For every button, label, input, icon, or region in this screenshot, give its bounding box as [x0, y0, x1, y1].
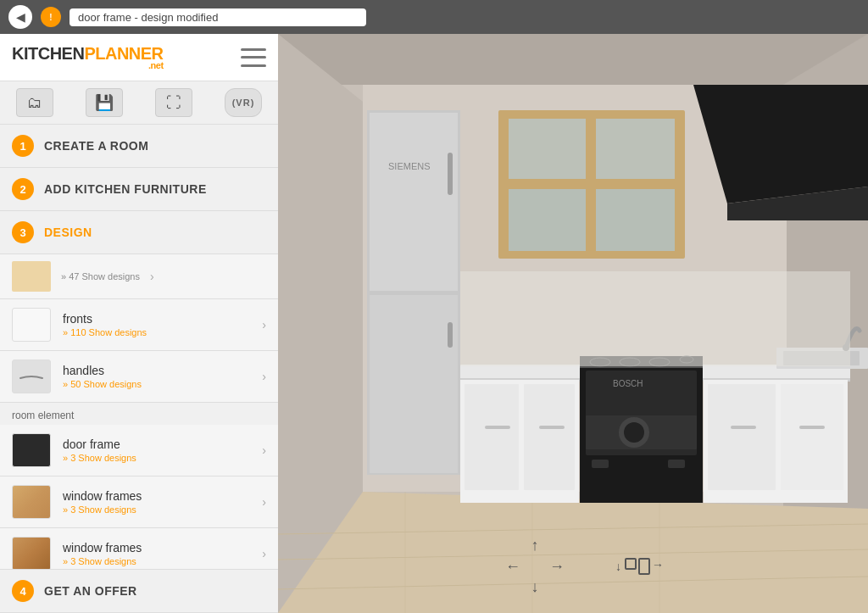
view-box-1: [625, 558, 637, 570]
svg-rect-32: [485, 426, 510, 429]
handles-thumb: [12, 359, 51, 393]
folder-icon: 🗂: [27, 94, 42, 112]
step-4-label: GET AN OFFER: [44, 584, 137, 598]
main-layout: KITCHENPLANNER .net 🗂 💾 ⛶ (VR): [0, 34, 868, 613]
svg-rect-56: [460, 271, 850, 366]
handles-count: » 50 Show designs: [63, 379, 250, 389]
step-3-number: 3: [12, 221, 34, 243]
folder-button[interactable]: 🗂: [16, 88, 53, 117]
door-frame-info: door frame » 3 Show designs: [63, 437, 250, 463]
pan-right-button[interactable]: →: [549, 558, 565, 576]
svg-rect-31: [524, 384, 575, 490]
expand-icon: ⛶: [166, 94, 181, 112]
svg-rect-47: [799, 426, 825, 429]
vr-button[interactable]: (VR): [225, 88, 262, 117]
svg-point-38: [624, 422, 644, 443]
partial-thumb: [12, 261, 51, 292]
partial-count: » 47 Show designs: [61, 271, 140, 281]
svg-rect-16: [596, 189, 675, 251]
svg-rect-39: [592, 460, 609, 468]
pan-controls: ↑ ↓ ← →: [505, 537, 565, 596]
toolbar: 🗂 💾 ⛶ (VR): [0, 81, 278, 125]
svg-rect-23: [448, 322, 453, 348]
window-frames-2-thumb: [12, 537, 51, 569]
window-frames-2-info: window frames » 3 Show designs: [63, 541, 250, 566]
design-item-handles[interactable]: handles » 50 Show designs ›: [0, 351, 278, 403]
window-frames-1-thumb: [12, 485, 51, 519]
pan-left-button[interactable]: ←: [505, 558, 520, 576]
svg-rect-14: [596, 119, 675, 181]
svg-rect-30: [465, 384, 519, 490]
fronts-info: fronts » 110 Show designs: [63, 312, 250, 337]
step-2-number: 2: [12, 178, 34, 200]
view-box-2: [638, 558, 650, 575]
save-icon: 💾: [95, 93, 114, 112]
svg-rect-1: [278, 34, 868, 85]
design-item-door-frame[interactable]: door frame » 3 Show designs ›: [0, 425, 278, 476]
vr-label: (VR): [232, 98, 255, 108]
step-2-label: ADD KITCHEN FURNITURE: [44, 182, 207, 196]
back-button[interactable]: ◀: [8, 5, 32, 29]
logo-area: KITCHENPLANNER .net: [0, 34, 278, 81]
handles-name: handles: [63, 364, 250, 377]
svg-text:SIEMENS: SIEMENS: [388, 161, 431, 171]
window-frames-1-arrow: ›: [262, 495, 266, 509]
room-element-section-label: room element: [0, 403, 278, 425]
window-frames-2-name: window frames: [63, 541, 250, 554]
back-icon: ◀: [16, 10, 25, 24]
fronts-count: » 110 Show designs: [63, 327, 250, 337]
kitchen-scene-svg: SIEMENS: [278, 34, 868, 613]
top-bar: ◀ ! door frame - design modified: [0, 0, 868, 34]
fronts-arrow: ›: [262, 318, 266, 332]
window-frames-1-count: » 3 Show designs: [63, 504, 250, 515]
svg-rect-15: [509, 189, 587, 251]
expand-button[interactable]: ⛶: [155, 88, 192, 117]
navigation-controls: ↑ ↓ ← → ↓ →: [505, 537, 664, 596]
design-item-fronts[interactable]: fronts » 110 Show designs ›: [0, 299, 278, 351]
svg-text:BOSCH: BOSCH: [613, 379, 643, 388]
svg-rect-40: [668, 460, 685, 468]
window-frames-1-name: window frames: [63, 489, 250, 503]
sidebar: KITCHENPLANNER .net 🗂 💾 ⛶ (VR): [0, 34, 278, 613]
design-item-window-frames-1[interactable]: window frames » 3 Show designs ›: [0, 476, 278, 528]
svg-rect-20: [370, 113, 458, 291]
svg-rect-18: [509, 179, 675, 186]
svg-rect-13: [509, 119, 587, 181]
window-frames-2-arrow: ›: [262, 547, 266, 560]
door-frame-name: door frame: [63, 437, 250, 451]
step-3-label: DESIGN: [44, 226, 92, 239]
hamburger-menu-icon[interactable]: [241, 48, 266, 67]
logo: KITCHENPLANNER .net: [12, 44, 164, 70]
svg-rect-22: [448, 153, 453, 195]
svg-rect-21: [370, 295, 458, 473]
view-right-icon: →: [652, 558, 664, 575]
step-2-add-furniture[interactable]: 2 ADD KITCHEN FURNITURE: [0, 168, 278, 211]
pan-down-button[interactable]: ↓: [531, 578, 539, 596]
step-4-number: 4: [12, 580, 34, 602]
step-3-design[interactable]: 3 DESIGN: [0, 211, 278, 254]
view-down-icon[interactable]: ↓: [615, 560, 621, 573]
status-icon: !: [41, 7, 61, 27]
partial-category-item[interactable]: » 47 Show designs ›: [0, 254, 278, 299]
svg-rect-46: [731, 426, 756, 429]
status-text: door frame - design modified: [70, 8, 366, 26]
step-1-number: 1: [12, 135, 34, 157]
save-button[interactable]: 💾: [86, 88, 123, 117]
svg-rect-43: [708, 384, 776, 490]
design-section: » 47 Show designs › fronts » 110 Show de…: [0, 254, 278, 569]
step-4-get-offer[interactable]: 4 GET AN OFFER: [0, 569, 278, 613]
view-mode-toggle[interactable]: →: [625, 558, 664, 575]
window-frames-1-info: window frames » 3 Show designs: [63, 489, 250, 515]
logo-text: KITCHENPLANNER .net: [12, 44, 164, 70]
door-frame-count: » 3 Show designs: [63, 453, 250, 463]
step-1-label: CREATE A ROOM: [44, 139, 148, 153]
door-frame-thumb: [12, 433, 51, 467]
pan-up-button[interactable]: ↑: [531, 537, 539, 554]
partial-arrow: ›: [150, 270, 154, 283]
3d-viewport[interactable]: SIEMENS: [278, 34, 868, 613]
step-1-create-room[interactable]: 1 CREATE A ROOM: [0, 125, 278, 168]
svg-rect-33: [539, 426, 565, 429]
fronts-name: fronts: [63, 312, 250, 326]
design-item-window-frames-2[interactable]: window frames » 3 Show designs ›: [0, 528, 278, 569]
handles-info: handles » 50 Show designs: [63, 364, 250, 389]
